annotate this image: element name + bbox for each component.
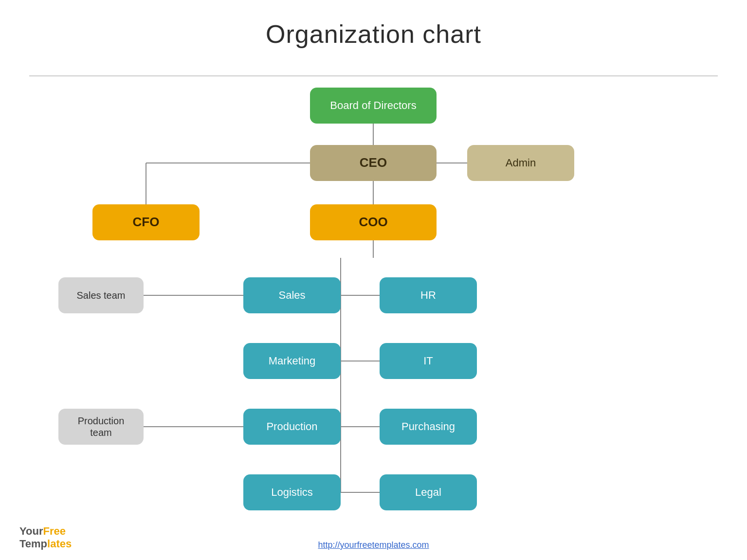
page-title: Organization chart [0, 0, 747, 58]
logo-free: Free [43, 525, 65, 537]
logo-your: Your [19, 525, 43, 537]
node-board: Board of Directors [310, 88, 437, 124]
node-ceo: CEO [310, 145, 437, 181]
footer-logo: YourFree Templates [19, 525, 72, 550]
node-sales-team: Sales team [58, 277, 144, 313]
node-logistics: Logistics [243, 474, 341, 510]
node-purchasing: Purchasing [380, 409, 477, 445]
node-prod-team: Production team [58, 409, 144, 445]
logo-lates: lates [47, 538, 72, 550]
node-cfo: CFO [92, 204, 200, 240]
chart-area: Board of Directors CEO Admin CFO COO Sal… [0, 58, 747, 560]
node-coo: COO [310, 204, 437, 240]
node-production: Production [243, 409, 341, 445]
node-sales: Sales [243, 277, 341, 313]
node-admin: Admin [467, 145, 574, 181]
node-it: IT [380, 343, 477, 379]
logo-temp: Temp [19, 538, 47, 550]
node-hr: HR [380, 277, 477, 313]
footer-link[interactable]: http://yourfreetemplates.com [318, 540, 429, 550]
node-marketing: Marketing [243, 343, 341, 379]
node-legal: Legal [380, 474, 477, 510]
